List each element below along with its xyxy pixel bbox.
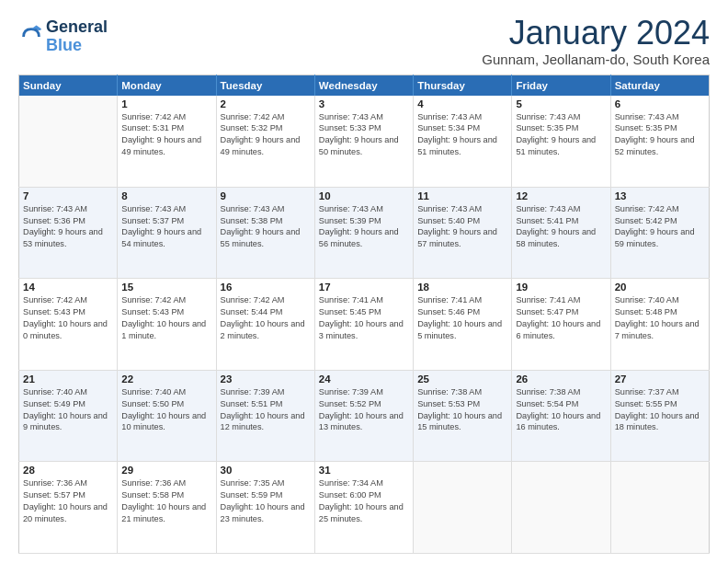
day-info: Sunrise: 7:42 AMSunset: 5:44 PMDaylight:… — [221, 294, 311, 342]
day-info: Sunrise: 7:42 AMSunset: 5:31 PMDaylight:… — [121, 111, 211, 159]
page: General Blue January 2024 Gunnam, Jeolla… — [0, 0, 728, 563]
day-info: Sunrise: 7:36 AMSunset: 5:58 PMDaylight:… — [121, 477, 211, 525]
day-info: Sunrise: 7:38 AMSunset: 5:54 PMDaylight:… — [516, 386, 606, 434]
day-info: Sunrise: 7:38 AMSunset: 5:53 PMDaylight:… — [417, 386, 507, 434]
table-row: 20Sunrise: 7:40 AMSunset: 5:48 PMDayligh… — [610, 279, 709, 371]
col-monday: Monday — [118, 75, 216, 96]
day-info: Sunrise: 7:35 AMSunset: 5:59 PMDaylight:… — [221, 477, 311, 525]
table-row: 17Sunrise: 7:41 AMSunset: 5:45 PMDayligh… — [314, 279, 413, 371]
day-info: Sunrise: 7:41 AMSunset: 5:47 PMDaylight:… — [516, 294, 606, 342]
day-number: 30 — [221, 465, 311, 476]
day-number: 12 — [516, 190, 606, 201]
day-number: 17 — [319, 282, 409, 293]
day-info: Sunrise: 7:36 AMSunset: 5:57 PMDaylight:… — [23, 477, 113, 525]
table-row: 31Sunrise: 7:34 AMSunset: 6:00 PMDayligh… — [314, 462, 413, 554]
day-number: 25 — [417, 373, 507, 385]
day-info: Sunrise: 7:42 AMSunset: 5:43 PMDaylight:… — [23, 294, 113, 342]
table-row: 18Sunrise: 7:41 AMSunset: 5:46 PMDayligh… — [414, 279, 512, 371]
day-number: 14 — [23, 282, 113, 293]
day-info: Sunrise: 7:43 AMSunset: 5:38 PMDaylight:… — [221, 203, 311, 251]
day-info: Sunrise: 7:43 AMSunset: 5:35 PMDaylight:… — [615, 111, 705, 159]
header: General Blue January 2024 Gunnam, Jeolla… — [18, 15, 710, 67]
day-info: Sunrise: 7:43 AMSunset: 5:33 PMDaylight:… — [319, 111, 409, 159]
col-tuesday: Tuesday — [216, 75, 314, 96]
table-row — [512, 462, 610, 554]
day-number: 26 — [516, 373, 606, 385]
calendar-header-row: Sunday Monday Tuesday Wednesday Thursday… — [19, 75, 710, 96]
table-row: 16Sunrise: 7:42 AMSunset: 5:44 PMDayligh… — [216, 279, 314, 371]
day-info: Sunrise: 7:42 AMSunset: 5:32 PMDaylight:… — [221, 111, 311, 159]
day-number: 16 — [221, 282, 311, 293]
title-block: January 2024 Gunnam, Jeollanam-do, South… — [482, 15, 710, 67]
table-row: 4Sunrise: 7:43 AMSunset: 5:34 PMDaylight… — [414, 96, 512, 188]
day-info: Sunrise: 7:43 AMSunset: 5:36 PMDaylight:… — [23, 203, 113, 251]
table-row: 12Sunrise: 7:43 AMSunset: 5:41 PMDayligh… — [512, 187, 610, 279]
table-row: 26Sunrise: 7:38 AMSunset: 5:54 PMDayligh… — [512, 370, 610, 462]
day-number: 28 — [23, 465, 113, 476]
day-number: 7 — [23, 190, 113, 201]
table-row: 1Sunrise: 7:42 AMSunset: 5:31 PMDaylight… — [118, 96, 216, 188]
table-row — [610, 462, 709, 554]
table-row: 14Sunrise: 7:42 AMSunset: 5:43 PMDayligh… — [19, 279, 118, 371]
col-saturday: Saturday — [610, 75, 709, 96]
table-row: 2Sunrise: 7:42 AMSunset: 5:32 PMDaylight… — [216, 96, 314, 188]
day-number: 24 — [319, 373, 409, 385]
table-row: 10Sunrise: 7:43 AMSunset: 5:39 PMDayligh… — [314, 187, 413, 279]
calendar-week-row: 21Sunrise: 7:40 AMSunset: 5:49 PMDayligh… — [19, 370, 710, 462]
day-number: 8 — [121, 190, 211, 201]
calendar-week-row: 14Sunrise: 7:42 AMSunset: 5:43 PMDayligh… — [19, 279, 710, 371]
calendar-week-row: 28Sunrise: 7:36 AMSunset: 5:57 PMDayligh… — [19, 462, 710, 554]
day-info: Sunrise: 7:40 AMSunset: 5:48 PMDaylight:… — [615, 294, 705, 342]
day-info: Sunrise: 7:43 AMSunset: 5:40 PMDaylight:… — [417, 203, 507, 251]
day-number: 19 — [516, 282, 606, 293]
day-number: 13 — [615, 190, 705, 201]
day-number: 29 — [121, 465, 211, 476]
calendar-week-row: 7Sunrise: 7:43 AMSunset: 5:36 PMDaylight… — [19, 187, 710, 279]
table-row: 15Sunrise: 7:42 AMSunset: 5:43 PMDayligh… — [118, 279, 216, 371]
col-wednesday: Wednesday — [314, 75, 413, 96]
day-number: 31 — [319, 465, 409, 476]
table-row: 23Sunrise: 7:39 AMSunset: 5:51 PMDayligh… — [216, 370, 314, 462]
day-number: 2 — [221, 98, 311, 109]
table-row: 13Sunrise: 7:42 AMSunset: 5:42 PMDayligh… — [610, 187, 709, 279]
main-title: January 2024 — [482, 15, 710, 52]
day-info: Sunrise: 7:43 AMSunset: 5:39 PMDaylight:… — [319, 203, 409, 251]
day-number: 3 — [319, 98, 409, 109]
col-sunday: Sunday — [19, 75, 118, 96]
calendar-table: Sunday Monday Tuesday Wednesday Thursday… — [18, 75, 710, 554]
day-number: 18 — [417, 282, 507, 293]
table-row — [19, 96, 118, 188]
logo: General Blue — [18, 18, 108, 55]
day-info: Sunrise: 7:43 AMSunset: 5:34 PMDaylight:… — [417, 111, 507, 159]
table-row: 29Sunrise: 7:36 AMSunset: 5:58 PMDayligh… — [118, 462, 216, 554]
day-info: Sunrise: 7:43 AMSunset: 5:41 PMDaylight:… — [516, 203, 606, 251]
table-row — [414, 462, 512, 554]
day-info: Sunrise: 7:41 AMSunset: 5:45 PMDaylight:… — [319, 294, 409, 342]
day-info: Sunrise: 7:43 AMSunset: 5:37 PMDaylight:… — [121, 203, 211, 251]
col-friday: Friday — [512, 75, 610, 96]
day-info: Sunrise: 7:42 AMSunset: 5:42 PMDaylight:… — [615, 203, 705, 251]
day-info: Sunrise: 7:41 AMSunset: 5:46 PMDaylight:… — [417, 294, 507, 342]
calendar-week-row: 1Sunrise: 7:42 AMSunset: 5:31 PMDaylight… — [19, 96, 710, 188]
day-info: Sunrise: 7:40 AMSunset: 5:49 PMDaylight:… — [23, 386, 113, 434]
table-row: 27Sunrise: 7:37 AMSunset: 5:55 PMDayligh… — [610, 370, 709, 462]
day-number: 4 — [417, 98, 507, 109]
table-row: 6Sunrise: 7:43 AMSunset: 5:35 PMDaylight… — [610, 96, 709, 188]
table-row: 5Sunrise: 7:43 AMSunset: 5:35 PMDaylight… — [512, 96, 610, 188]
table-row: 9Sunrise: 7:43 AMSunset: 5:38 PMDaylight… — [216, 187, 314, 279]
day-number: 22 — [121, 373, 211, 385]
table-row: 8Sunrise: 7:43 AMSunset: 5:37 PMDaylight… — [118, 187, 216, 279]
day-number: 27 — [615, 373, 705, 385]
day-number: 20 — [615, 282, 705, 293]
table-row: 30Sunrise: 7:35 AMSunset: 5:59 PMDayligh… — [216, 462, 314, 554]
day-info: Sunrise: 7:39 AMSunset: 5:51 PMDaylight:… — [221, 386, 311, 434]
day-number: 5 — [516, 98, 606, 109]
day-info: Sunrise: 7:43 AMSunset: 5:35 PMDaylight:… — [516, 111, 606, 159]
table-row: 28Sunrise: 7:36 AMSunset: 5:57 PMDayligh… — [19, 462, 118, 554]
table-row: 11Sunrise: 7:43 AMSunset: 5:40 PMDayligh… — [414, 187, 512, 279]
day-info: Sunrise: 7:40 AMSunset: 5:50 PMDaylight:… — [121, 386, 211, 434]
logo-text: General Blue — [46, 18, 108, 55]
table-row: 21Sunrise: 7:40 AMSunset: 5:49 PMDayligh… — [19, 370, 118, 462]
day-number: 15 — [121, 282, 211, 293]
day-number: 6 — [615, 98, 705, 109]
